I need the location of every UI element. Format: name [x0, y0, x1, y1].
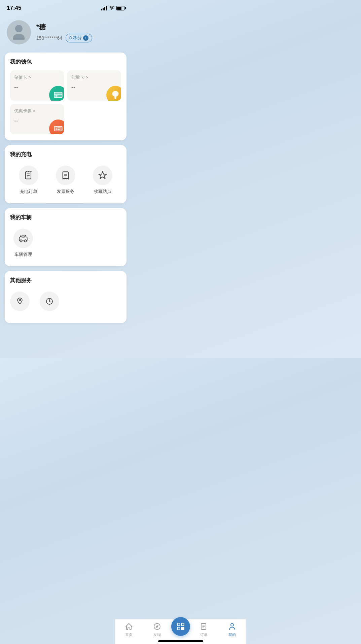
svg-point-0	[111, 9, 112, 10]
order-icon	[24, 171, 33, 180]
svg-point-14	[20, 240, 22, 242]
svg-point-19	[19, 299, 21, 301]
svg-rect-1	[54, 92, 62, 98]
other-icon-2	[40, 292, 59, 311]
invoice-item[interactable]: 发票服务	[56, 166, 75, 195]
wifi-icon	[109, 6, 114, 10]
other-icon-1	[10, 292, 30, 311]
vehicle-manage-item[interactable]: 车辆管理	[13, 229, 33, 258]
other-service-items	[10, 289, 121, 317]
charging-order-label: 充电订单	[20, 189, 37, 195]
status-bar: 17:45	[0, 0, 131, 15]
wallet-grid: 储值卡 > -- 能量卡 > -- 优惠卡券 >	[10, 70, 121, 134]
invoice-icon	[61, 171, 70, 180]
other-service-item-1[interactable]	[10, 292, 30, 314]
invoice-icon-circle	[56, 166, 75, 185]
profile-name: *糖	[36, 23, 92, 32]
vehicle-items: 车辆管理	[10, 226, 121, 260]
svg-point-8	[26, 171, 27, 172]
favorite-station-label: 收藏站点	[94, 189, 111, 195]
other-services-card: 其他服务	[5, 271, 127, 323]
coupon-label: 优惠卡券 >	[14, 108, 60, 114]
other-services-title: 其他服务	[10, 277, 121, 284]
invoice-label: 发票服务	[57, 189, 74, 195]
other-service-item-2[interactable]	[40, 292, 59, 314]
profile-phone: 150*******64	[36, 35, 62, 41]
vehicle-title: 我的车辆	[10, 214, 121, 221]
favorite-station-item[interactable]: 收藏站点	[93, 166, 112, 195]
points-label: 0 积分	[69, 35, 82, 41]
signal-icon	[101, 6, 107, 10]
wallet-title: 我的钱包	[10, 59, 121, 66]
stored-value-label: 储值卡 >	[14, 74, 60, 80]
coupon-card[interactable]: 优惠卡券 > --	[10, 104, 64, 134]
charging-card: 我的充电 充电订单	[5, 145, 127, 203]
svg-rect-3	[56, 95, 58, 97]
profile-row: 150*******64 0 积分 ›	[36, 34, 92, 42]
svg-rect-4	[54, 126, 62, 131]
battery-icon	[116, 6, 124, 10]
stored-value-card[interactable]: 储值卡 > --	[10, 70, 64, 101]
svg-point-10	[30, 171, 32, 172]
car-icon-circle	[13, 229, 33, 248]
vehicle-card: 我的车辆 车辆管理	[5, 208, 127, 266]
points-arrow-icon: ›	[83, 35, 88, 41]
status-icons	[101, 6, 124, 10]
charging-order-item[interactable]: 充电订单	[19, 166, 38, 195]
vehicle-manage-label: 车辆管理	[14, 251, 32, 258]
profile-section: *糖 150*******64 0 积分 ›	[0, 15, 131, 53]
favorite-icon-circle	[93, 166, 112, 185]
svg-point-15	[24, 240, 26, 242]
charging-items: 充电订单 发票服务 收藏站点	[10, 163, 121, 197]
energy-label: 能量卡 >	[71, 74, 117, 80]
status-time: 17:45	[7, 5, 21, 11]
points-badge[interactable]: 0 积分 ›	[66, 34, 92, 42]
favorite-icon	[98, 171, 107, 180]
car-icon	[18, 233, 28, 243]
wallet-card: 我的钱包 储值卡 > -- 能量卡 > --	[5, 53, 127, 140]
order-icon-circle	[19, 166, 38, 185]
profile-info: *糖 150*******64 0 积分 ›	[36, 23, 92, 42]
energy-card[interactable]: 能量卡 > --	[67, 70, 121, 101]
avatar[interactable]	[7, 20, 31, 44]
svg-point-9	[28, 171, 29, 172]
charging-title: 我的充电	[10, 151, 121, 158]
